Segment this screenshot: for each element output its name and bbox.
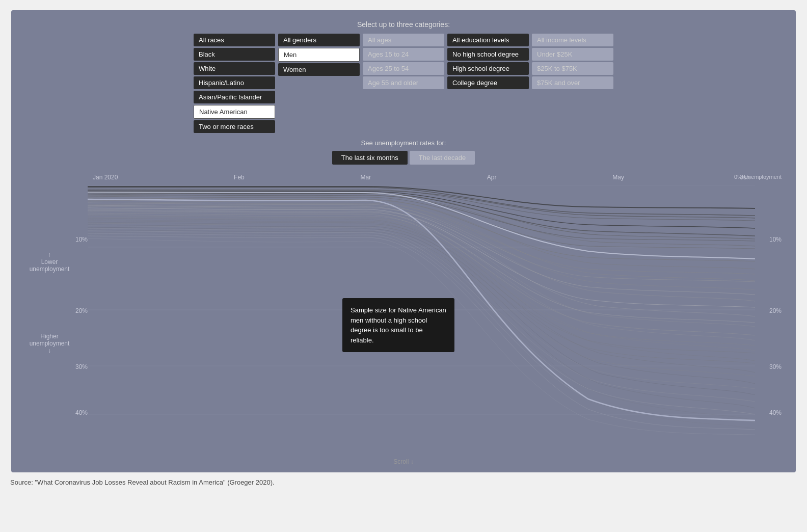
filter-women[interactable]: Women bbox=[278, 63, 360, 76]
time-buttons: The last six months The last decade bbox=[21, 151, 786, 165]
filter-all-genders[interactable]: All genders bbox=[278, 34, 360, 46]
filter-columns: All races Black White Hispanic/Latino As… bbox=[21, 34, 786, 133]
x-label-apr: Apr bbox=[487, 174, 497, 181]
time-section-title: See unemployment rates for: bbox=[21, 139, 786, 147]
filter-title: Select up to three categories: bbox=[21, 20, 786, 29]
y-label-zero-right: 0% Unemployment bbox=[734, 174, 782, 180]
x-label-jan: Jan 2020 bbox=[93, 174, 118, 181]
filter-25k-75k[interactable]: $25K to $75K bbox=[532, 62, 613, 75]
filter-hs[interactable]: High school degree bbox=[447, 62, 529, 75]
filter-under-25k[interactable]: Under $25K bbox=[532, 48, 613, 61]
filter-native-american[interactable]: Native American bbox=[194, 105, 275, 119]
x-label-mar: Mar bbox=[360, 174, 371, 181]
chart-container: Jan 2020 Feb Mar Apr May Jun 0% Unemploy… bbox=[21, 170, 786, 455]
filter-hispanic[interactable]: Hispanic/Latino bbox=[194, 76, 275, 89]
y-right-30: 30% bbox=[769, 363, 782, 370]
filter-all-education[interactable]: All education levels bbox=[447, 34, 529, 46]
time-section: See unemployment rates for: The last six… bbox=[21, 139, 786, 165]
filter-men[interactable]: Men bbox=[278, 48, 360, 62]
filter-all-ages[interactable]: All ages bbox=[363, 34, 444, 46]
y-right-20: 20% bbox=[769, 307, 782, 314]
filter-no-hs[interactable]: No high school degree bbox=[447, 48, 529, 61]
filter-ages-25-54[interactable]: Ages 25 to 54 bbox=[363, 62, 444, 75]
filter-two-or-more[interactable]: Two or more races bbox=[194, 120, 275, 133]
income-column: All income levels Under $25K $25K to $75… bbox=[532, 34, 613, 133]
age-column: All ages Ages 15 to 24 Ages 25 to 54 Age… bbox=[363, 34, 444, 133]
scroll-label[interactable]: Scroll ↓ bbox=[21, 455, 786, 467]
filter-all-income[interactable]: All income levels bbox=[532, 34, 613, 46]
filter-ages-15-24[interactable]: Ages 15 to 24 bbox=[363, 48, 444, 61]
education-column: All education levels No high school degr… bbox=[447, 34, 529, 133]
y-right-40: 40% bbox=[769, 409, 782, 416]
y-left-10: 10% bbox=[75, 236, 88, 243]
gender-column: All genders Men Women bbox=[278, 34, 360, 133]
higher-unemployment-label: Higherunemployment↓ bbox=[26, 333, 72, 354]
filter-section: Select up to three categories: All races… bbox=[21, 20, 786, 133]
filter-black[interactable]: Black bbox=[194, 48, 275, 61]
race-column: All races Black White Hispanic/Latino As… bbox=[194, 34, 275, 133]
y-left-40: 40% bbox=[75, 409, 88, 416]
source-line: Source: "What Coronavirus Job Losses Rev… bbox=[10, 478, 797, 486]
y-right-10: 10% bbox=[769, 236, 782, 243]
tooltip: Sample size for Native American men with… bbox=[342, 298, 454, 352]
x-label-feb: Feb bbox=[234, 174, 245, 181]
filter-white[interactable]: White bbox=[194, 62, 275, 75]
filter-age-55-plus[interactable]: Age 55 and older bbox=[363, 76, 444, 89]
filter-all-races[interactable]: All races bbox=[194, 34, 275, 46]
tooltip-text: Sample size for Native American men with… bbox=[351, 306, 446, 344]
time-six-months[interactable]: The last six months bbox=[332, 151, 408, 165]
x-label-may: May bbox=[612, 174, 624, 181]
y-left-20: 20% bbox=[75, 307, 88, 314]
filter-75k-plus[interactable]: $75K and over bbox=[532, 76, 613, 89]
main-visualization: Select up to three categories: All races… bbox=[11, 10, 796, 472]
y-left-30: 30% bbox=[75, 363, 88, 370]
x-axis-labels: Jan 2020 Feb Mar Apr May Jun bbox=[93, 174, 750, 181]
filter-asian[interactable]: Asian/Pacific Islander bbox=[194, 91, 275, 103]
filter-college[interactable]: College degree bbox=[447, 76, 529, 89]
time-decade[interactable]: The last decade bbox=[410, 151, 475, 165]
lower-unemployment-label: ↑Lowerunemployment bbox=[26, 251, 72, 273]
